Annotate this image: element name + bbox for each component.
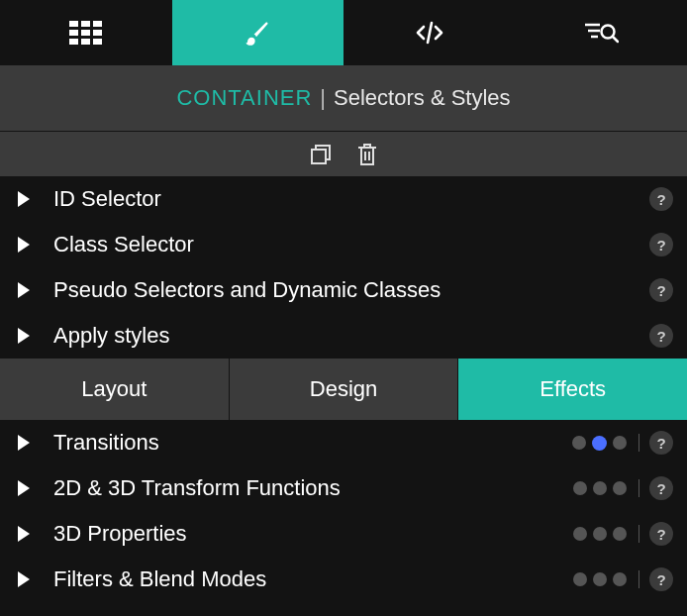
- expand-icon[interactable]: [18, 526, 30, 542]
- expand-icon[interactable]: [18, 282, 30, 298]
- help-button[interactable]: ?: [649, 233, 673, 257]
- expand-icon[interactable]: [18, 435, 30, 451]
- section-transforms[interactable]: 2D & 3D Transform Functions ?: [0, 465, 687, 511]
- brush-icon: [244, 19, 271, 47]
- section-apply-styles[interactable]: Apply styles ?: [0, 313, 687, 359]
- section-label[interactable]: Class Selector: [53, 232, 649, 257]
- svg-rect-6: [69, 39, 78, 45]
- tab-grid[interactable]: [0, 0, 172, 65]
- svg-rect-2: [93, 21, 102, 27]
- expand-icon[interactable]: [18, 237, 30, 253]
- section-label[interactable]: Transitions: [53, 430, 572, 456]
- section-label[interactable]: Filters & Blend Modes: [53, 566, 573, 592]
- section-transitions[interactable]: Transitions ?: [0, 420, 687, 465]
- subtab-layout[interactable]: Layout: [0, 359, 230, 420]
- breakpoint-dot[interactable]: [593, 481, 607, 495]
- help-button[interactable]: ?: [649, 187, 673, 211]
- grid-icon: [69, 21, 103, 45]
- selector-sections: ID Selector ? Class Selector ? Pseudo Se…: [0, 176, 687, 359]
- svg-rect-5: [93, 30, 102, 36]
- breakpoint-indicators: [573, 525, 639, 543]
- trash-icon: [356, 143, 378, 166]
- expand-icon[interactable]: [18, 571, 30, 587]
- help-button[interactable]: ?: [649, 324, 673, 348]
- section-3d-properties[interactable]: 3D Properties ?: [0, 511, 687, 557]
- tab-search[interactable]: [516, 0, 688, 65]
- help-button[interactable]: ?: [649, 431, 673, 455]
- svg-rect-7: [81, 39, 90, 45]
- breakpoint-dot[interactable]: [572, 436, 586, 450]
- breakpoint-dot[interactable]: [613, 572, 627, 586]
- breakpoint-dot[interactable]: [573, 572, 587, 586]
- breakpoint-dot[interactable]: [613, 436, 627, 450]
- breakpoint-indicators: [573, 479, 639, 497]
- section-label[interactable]: Apply styles: [53, 323, 649, 349]
- top-tabs: [0, 0, 687, 65]
- section-pseudo-selectors[interactable]: Pseudo Selectors and Dynamic Classes ?: [0, 267, 687, 313]
- style-subtabs: Layout Design Effects: [0, 359, 687, 420]
- section-id-selector[interactable]: ID Selector ?: [0, 176, 687, 222]
- section-class-selector[interactable]: Class Selector ?: [0, 222, 687, 267]
- expand-icon[interactable]: [18, 328, 30, 344]
- copy-button[interactable]: [309, 143, 333, 166]
- svg-rect-4: [81, 30, 90, 36]
- expand-icon[interactable]: [18, 191, 30, 207]
- help-button[interactable]: ?: [649, 522, 673, 546]
- breakpoint-dot[interactable]: [613, 527, 627, 541]
- breakpoint-indicators: [573, 570, 639, 588]
- subtab-effects[interactable]: Effects: [458, 359, 687, 420]
- help-button[interactable]: ?: [649, 476, 673, 500]
- divider: [638, 434, 639, 452]
- tab-code[interactable]: [344, 0, 516, 65]
- breakpoint-dot[interactable]: [593, 572, 607, 586]
- svg-rect-8: [93, 39, 102, 45]
- svg-rect-3: [69, 30, 78, 36]
- search-list-icon: [583, 20, 619, 46]
- code-icon: [415, 20, 444, 46]
- tab-style[interactable]: [172, 0, 344, 65]
- svg-rect-15: [312, 150, 326, 163]
- delete-button[interactable]: [356, 143, 378, 166]
- breakpoint-dot[interactable]: [573, 481, 587, 495]
- divider: [638, 570, 639, 588]
- breakpoint-dot[interactable]: [613, 481, 627, 495]
- divider: [638, 479, 639, 497]
- section-label[interactable]: Pseudo Selectors and Dynamic Classes: [53, 277, 649, 303]
- svg-line-14: [613, 37, 618, 42]
- breakpoint-indicators: [572, 434, 639, 452]
- breadcrumb: CONTAINER | Selectors & Styles: [0, 65, 687, 131]
- effects-sections: Transitions ? 2D & 3D Transform Function…: [0, 420, 687, 602]
- svg-rect-1: [81, 21, 90, 27]
- breadcrumb-separator: |: [320, 85, 326, 111]
- breakpoint-dot-active[interactable]: [592, 436, 607, 451]
- help-button[interactable]: ?: [649, 567, 673, 591]
- expand-icon[interactable]: [18, 480, 30, 496]
- section-label[interactable]: 3D Properties: [53, 521, 573, 547]
- breadcrumb-panel: Selectors & Styles: [334, 85, 511, 111]
- copy-icon: [309, 143, 333, 166]
- breakpoint-dot[interactable]: [573, 527, 587, 541]
- svg-rect-0: [69, 21, 78, 27]
- subtab-design[interactable]: Design: [230, 359, 459, 420]
- svg-line-9: [428, 23, 432, 43]
- help-button[interactable]: ?: [649, 278, 673, 302]
- breakpoint-dot[interactable]: [593, 527, 607, 541]
- section-filters[interactable]: Filters & Blend Modes ?: [0, 557, 687, 602]
- divider: [638, 525, 639, 543]
- breadcrumb-element[interactable]: CONTAINER: [176, 85, 312, 111]
- section-label[interactable]: ID Selector: [53, 186, 649, 212]
- section-label[interactable]: 2D & 3D Transform Functions: [53, 475, 573, 501]
- action-bar: [0, 131, 687, 176]
